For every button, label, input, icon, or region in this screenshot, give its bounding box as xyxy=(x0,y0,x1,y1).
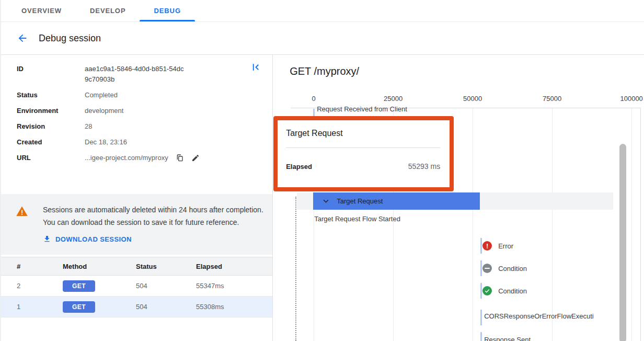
tab-overview-label: OVERVIEW xyxy=(21,7,62,15)
session-details-panel: ID aae1c9a1-5846-4d0d-b851-54dc9c70903b … xyxy=(1,55,273,341)
transactions-table: # Method Status Elapsed 2 GET 504 55347m… xyxy=(1,257,272,317)
axis-tick-50000: 50000 xyxy=(463,95,482,103)
notice-body: Sessions are automatically deleted withi… xyxy=(43,203,265,245)
minus-circle-icon xyxy=(482,264,492,273)
method-badge: GET xyxy=(63,280,95,292)
copy-icon xyxy=(176,154,184,162)
field-label: ID xyxy=(17,64,85,85)
tab-overview[interactable]: OVERVIEW xyxy=(7,0,76,21)
collapse-panel-button[interactable] xyxy=(251,62,261,74)
tooltip-metric-label: Elapsed xyxy=(286,163,312,170)
session-field-row: Created Dec 18, 23:16 xyxy=(17,134,272,150)
session-status-value: Completed xyxy=(85,90,118,100)
tooltip-metric-row: Elapsed 55293 ms xyxy=(286,162,440,170)
tab-debug[interactable]: DEBUG xyxy=(140,0,194,21)
event-condition-passed[interactable]: Condition xyxy=(482,286,527,295)
arrow-left-icon xyxy=(17,32,28,44)
notice-icon-wrap xyxy=(1,203,43,245)
retention-notice: Sessions are automatically deleted withi… xyxy=(1,194,272,255)
request-title: GET /myproxy/ xyxy=(290,65,359,77)
session-field-row: Revision 28 xyxy=(17,119,272,134)
transaction-num: 1 xyxy=(17,303,63,311)
session-environment-value: development xyxy=(85,106,123,116)
tab-develop-label: DEVELOP xyxy=(90,7,125,15)
group-bar-label: Target Request xyxy=(337,197,383,205)
event-label: Condition xyxy=(498,287,527,295)
axis-tick-75000: 75000 xyxy=(543,95,561,103)
event-marker-tick xyxy=(480,283,482,299)
session-field-row: URL ...igee-project.com/myproxy xyxy=(17,150,272,166)
event-response-sent[interactable]: Response Sent xyxy=(484,336,531,341)
notice-text: Sessions are automatically deleted withi… xyxy=(43,203,265,229)
pencil-icon xyxy=(191,154,200,162)
session-created-value: Dec 18, 23:16 xyxy=(85,137,127,147)
event-label: Condition xyxy=(498,265,527,272)
event-marker-tick xyxy=(480,332,482,341)
field-label: Status xyxy=(17,90,85,100)
error-circle-icon: ! xyxy=(482,241,492,251)
event-cors-flow[interactable]: CORSResponseOrErrorFlowExecuti xyxy=(484,312,594,320)
transaction-status: 504 xyxy=(136,282,196,290)
session-url-value: ...igee-project.com/myproxy xyxy=(85,153,168,163)
download-session-label: DOWNLOAD SESSION xyxy=(55,235,132,243)
column-header-num: # xyxy=(17,263,63,270)
tab-develop[interactable]: DEVELOP xyxy=(76,0,140,21)
edit-url-button[interactable] xyxy=(191,154,200,162)
session-id-value: aae1c9a1-5846-4d0d-b851-54dc9c70903b xyxy=(85,64,185,85)
session-field-row: Environment development xyxy=(17,103,272,119)
flow-started-label: Target Request Flow Started xyxy=(314,215,400,223)
gridline xyxy=(473,108,473,341)
method-badge: GET xyxy=(63,301,95,313)
event-label: Response Sent xyxy=(484,336,531,341)
transaction-status: 504 xyxy=(136,303,196,311)
session-url-row: ...igee-project.com/myproxy xyxy=(85,153,200,163)
tooltip-metric-value: 55293 ms xyxy=(408,162,440,170)
column-header-status: Status xyxy=(136,263,196,270)
transaction-elapsed: 55308ms xyxy=(196,303,272,311)
content-split: ID aae1c9a1-5846-4d0d-b851-54dc9c70903b … xyxy=(1,55,644,341)
event-error[interactable]: ! Error xyxy=(482,241,513,251)
chevron-down-icon xyxy=(322,197,330,205)
transaction-row-selected[interactable]: 1 GET 504 55308ms xyxy=(1,297,272,317)
event-label: CORSResponseOrErrorFlowExecuti xyxy=(484,312,594,320)
target-request-group-bar[interactable]: Target Request xyxy=(313,192,480,210)
session-field-row: Status Completed xyxy=(17,87,272,103)
event-marker-tick xyxy=(480,260,482,276)
flow-connector-dotted-line xyxy=(295,197,296,341)
column-header-elapsed: Elapsed xyxy=(196,263,272,270)
gridline xyxy=(552,108,553,341)
tab-debug-label: DEBUG xyxy=(154,7,180,15)
transactions-table-header: # Method Status Elapsed xyxy=(1,257,272,276)
debug-session-page: OVERVIEW DEVELOP DEBUG Debug session ID … xyxy=(0,0,644,341)
page-header: Debug session xyxy=(1,22,644,55)
event-marker-tick xyxy=(480,310,482,325)
gridline xyxy=(631,108,632,341)
event-condition-skipped[interactable]: Condition xyxy=(482,264,527,273)
annotation-highlight-box: Target Request Elapsed 55293 ms xyxy=(273,116,454,191)
column-header-method: Method xyxy=(63,263,136,270)
chart-right-border xyxy=(640,108,641,341)
session-metadata: ID aae1c9a1-5846-4d0d-b851-54dc9c70903b … xyxy=(1,55,272,166)
page-title: Debug session xyxy=(39,33,101,44)
transaction-elapsed: 55347ms xyxy=(196,282,272,290)
download-icon xyxy=(43,235,51,243)
field-label: Revision xyxy=(17,121,85,132)
event-marker-tick xyxy=(480,238,482,254)
back-button[interactable] xyxy=(16,31,29,45)
tooltip-title: Target Request xyxy=(286,129,343,138)
axis-tick-0: 0 xyxy=(312,95,316,103)
event-label: Error xyxy=(498,242,513,250)
axis-tick-25000: 25000 xyxy=(384,95,402,103)
tooltip-divider xyxy=(286,147,440,148)
copy-url-button[interactable] xyxy=(176,154,184,162)
warning-triangle-icon xyxy=(16,205,28,218)
transaction-row[interactable]: 2 GET 504 55347ms xyxy=(1,276,272,297)
event-marker-tick xyxy=(313,109,315,117)
first-event-label: Request Received from Client xyxy=(317,105,407,113)
download-session-button[interactable]: DOWNLOAD SESSION xyxy=(43,235,132,243)
tab-bar: OVERVIEW DEVELOP DEBUG xyxy=(1,0,644,22)
collapse-panel-icon xyxy=(251,62,261,72)
field-label: Created xyxy=(17,137,85,147)
session-revision-value: 28 xyxy=(85,121,92,132)
vertical-scrollbar[interactable] xyxy=(619,144,626,341)
